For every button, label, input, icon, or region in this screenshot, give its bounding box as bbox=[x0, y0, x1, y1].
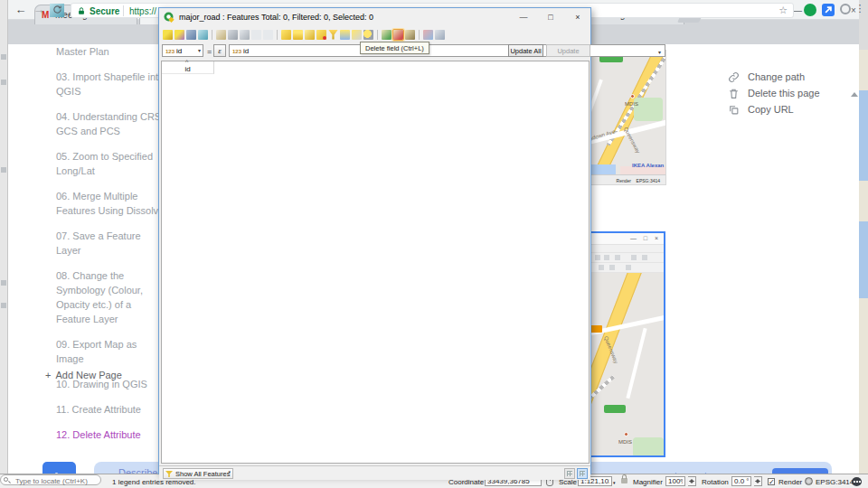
table-view-button[interactable] bbox=[577, 468, 588, 479]
dialog-maximize-icon[interactable]: □ bbox=[538, 10, 563, 24]
deselect-all-icon[interactable] bbox=[316, 30, 326, 40]
equals-label: = bbox=[207, 47, 212, 56]
sidebar-item-label: 07. Save a Feature Layer bbox=[56, 230, 141, 256]
select-by-expression-icon[interactable] bbox=[281, 30, 291, 40]
sidebar-item-label: 06. Merge Multiple Features Using Dissol… bbox=[56, 191, 164, 216]
conditional-formatting-icon[interactable] bbox=[423, 30, 433, 40]
invert-selection-icon[interactable] bbox=[305, 30, 315, 40]
toggle-editing-icon[interactable] bbox=[163, 30, 173, 40]
expression-caret-icon: ▾ bbox=[658, 49, 661, 55]
sliders-icon bbox=[50, 469, 68, 474]
forward-icon[interactable]: → bbox=[32, 3, 46, 16]
screen: 1 legend entries removed. Coordinate Sca… bbox=[0, 0, 868, 488]
map-sliver-block bbox=[859, 298, 868, 474]
move-selection-to-top-icon[interactable] bbox=[340, 30, 350, 40]
blue-extension-icon[interactable] bbox=[822, 4, 835, 16]
scale-lock-icon[interactable] bbox=[621, 478, 627, 483]
field-select-combo[interactable]: 123id ▾ bbox=[162, 44, 203, 57]
add-new-page-button[interactable]: +Add New Page bbox=[45, 370, 122, 380]
save-edits-icon[interactable] bbox=[186, 30, 196, 40]
sidebar-item[interactable]: 03. Import Shapefile into QGIS bbox=[56, 70, 165, 99]
panel-mark bbox=[1, 80, 6, 85]
save-button[interactable]: ✓ Save bbox=[772, 468, 828, 474]
grammarly-extension-icon[interactable] bbox=[804, 4, 816, 16]
toolbar-mark bbox=[599, 265, 604, 270]
field-calculator-icon[interactable] bbox=[405, 30, 415, 40]
delete-selected-features-icon[interactable] bbox=[228, 30, 238, 40]
new-field-icon[interactable] bbox=[382, 30, 392, 40]
magnifier-spinner[interactable] bbox=[688, 476, 696, 486]
magnifier-input[interactable] bbox=[665, 476, 685, 486]
show-all-features-button[interactable]: Show All Features ▾ bbox=[163, 468, 233, 479]
qgis-left-panel-sliver bbox=[0, 0, 8, 474]
check-icon: ✓ bbox=[782, 473, 791, 474]
sidebar-item-label: 08. Change the Symbology (Colour, Opacit… bbox=[56, 270, 143, 324]
draft-settings-button[interactable] bbox=[42, 462, 76, 474]
toolbar-separator bbox=[419, 30, 420, 40]
sidebar-item[interactable]: 04. Understanding CRS, GCS and PCS bbox=[56, 109, 165, 138]
rotation-input[interactable] bbox=[731, 476, 751, 486]
scale-caret-icon[interactable]: ▾ bbox=[613, 480, 616, 485]
dialog-minimize-icon[interactable]: — bbox=[511, 10, 536, 24]
dialog-close-icon[interactable]: × bbox=[565, 10, 590, 24]
filter-funnel-icon bbox=[165, 471, 173, 477]
zoom-to-selection-icon[interactable] bbox=[363, 30, 373, 40]
new-feature-icon[interactable] bbox=[216, 30, 226, 40]
dialog-titlebar[interactable]: major_road : Features Total: 0, Filtered… bbox=[159, 8, 590, 26]
menu-item-label: Change path bbox=[748, 71, 805, 82]
reload-icon[interactable] bbox=[198, 30, 208, 40]
sidebar-item[interactable]: 12. Delete Attribute bbox=[56, 427, 165, 442]
url-scheme: https:// bbox=[129, 6, 156, 16]
crs-globe-icon[interactable] bbox=[805, 477, 813, 485]
sidebar-item[interactable]: 08. Change the Symbology (Colour, Opacit… bbox=[56, 268, 165, 326]
sidebar-item[interactable]: 07. Save a Feature Layer bbox=[56, 229, 165, 258]
locate-input[interactable] bbox=[14, 476, 93, 486]
multi-edit-icon[interactable] bbox=[175, 30, 184, 40]
minimize-icon: — bbox=[630, 235, 637, 241]
expression-builder-button[interactable]: ε bbox=[213, 44, 226, 57]
combo-caret-icon: ▾ bbox=[198, 47, 201, 53]
swirl-extension-icon[interactable] bbox=[840, 4, 851, 14]
expression-field[interactable]: 123id ▾ bbox=[229, 44, 665, 57]
magnifier-label: Magnifier bbox=[633, 478, 663, 486]
column-header-id[interactable]: ^ id bbox=[162, 61, 214, 74]
field-combo-value: id bbox=[176, 47, 182, 55]
delete-field-tooltip: Delete field (Ctrl+L) bbox=[360, 42, 429, 54]
select-all-icon[interactable] bbox=[293, 30, 303, 40]
copy-features-icon[interactable] bbox=[251, 30, 261, 40]
dock-attribute-table-icon[interactable] bbox=[435, 30, 445, 40]
rotation-spinner[interactable] bbox=[754, 476, 762, 486]
render-checkbox[interactable]: ✓ bbox=[768, 478, 775, 485]
sidebar-item[interactable]: 09. Export Map as Image bbox=[56, 337, 165, 366]
menu-item-label: Delete this page bbox=[748, 88, 820, 99]
plus-icon: + bbox=[45, 370, 51, 380]
map-poi-marker bbox=[630, 94, 635, 99]
reload-icon[interactable] bbox=[50, 4, 64, 17]
delete-field-icon[interactable] bbox=[393, 30, 403, 40]
sidebar-item[interactable]: 05. Zoom to Specified Long/Lat bbox=[56, 149, 165, 178]
sidebar-item[interactable]: Master Plan bbox=[56, 44, 165, 59]
locate-search-box[interactable] bbox=[0, 474, 101, 485]
sidebar-page-list: Master Plan03. Import Shapefile into QGI… bbox=[56, 44, 165, 453]
pan-to-selection-icon[interactable] bbox=[352, 30, 362, 40]
update-all-button[interactable]: Update All bbox=[508, 44, 543, 57]
cut-features-icon[interactable] bbox=[240, 30, 250, 40]
attribute-table-body[interactable]: ^ id bbox=[161, 61, 590, 464]
browser-menu-icon[interactable]: ⋮ bbox=[853, 3, 867, 14]
scrollbar-up-icon[interactable] bbox=[851, 92, 858, 97]
undo-button[interactable] bbox=[671, 471, 687, 474]
sidebar-item[interactable]: 06. Merge Multiple Features Using Dissol… bbox=[56, 189, 165, 218]
form-view-icon bbox=[567, 471, 572, 476]
messages-icon[interactable] bbox=[852, 477, 862, 486]
sidebar-item[interactable]: 11. Create Attribute bbox=[56, 402, 165, 417]
link-icon bbox=[728, 71, 740, 83]
back-icon[interactable]: ← bbox=[14, 3, 28, 16]
epsg-label[interactable]: EPSG:3414 bbox=[816, 478, 854, 486]
show-all-features-label: Show All Features bbox=[175, 470, 230, 478]
toolbar-separator bbox=[212, 30, 212, 40]
bookmark-star-icon[interactable]: ☆ bbox=[778, 5, 788, 16]
paste-features-icon[interactable] bbox=[263, 30, 273, 40]
redo-button[interactable] bbox=[696, 471, 712, 474]
filter-features-icon[interactable] bbox=[328, 30, 338, 40]
form-view-button[interactable] bbox=[564, 468, 575, 479]
